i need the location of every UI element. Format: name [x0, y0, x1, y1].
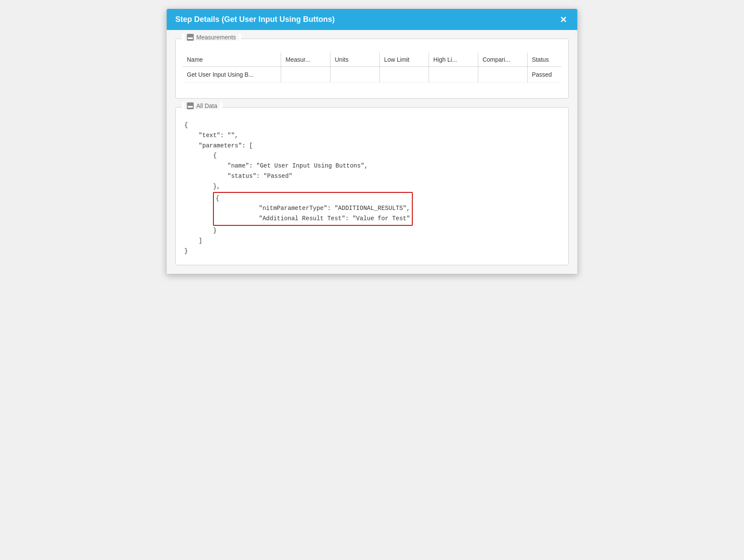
- measurements-label: Measurements: [196, 34, 236, 41]
- step-details-dialog: Step Details (Get User Input Using Butto…: [166, 9, 578, 274]
- col-header-lowlimit: Low Limit: [380, 53, 429, 67]
- cell-lowlimit: [380, 67, 429, 83]
- col-header-units: Units: [330, 53, 380, 67]
- dialog-header: Step Details (Get User Input Using Butto…: [167, 9, 577, 30]
- all-data-section: ▬ All Data { "text": "", "parameters": […: [175, 107, 569, 265]
- table-row: Get User Input Using B... Passed: [183, 67, 561, 83]
- all-data-header: ▬ All Data: [182, 102, 222, 109]
- all-data-label: All Data: [196, 102, 217, 109]
- cell-status: Passed: [527, 67, 561, 83]
- col-header-name: Name: [183, 53, 281, 67]
- col-header-highlimit: High Li...: [429, 53, 478, 67]
- col-header-compari: Compari...: [478, 53, 527, 67]
- col-header-status: Status: [527, 53, 561, 67]
- close-button[interactable]: ✕: [558, 15, 569, 24]
- measurements-collapse-icon[interactable]: ▬: [187, 34, 194, 41]
- json-highlighted-block: { "nitmParameterType": "ADDITIONAL_RESUL…: [213, 192, 413, 226]
- measurements-table: Name Measur... Units Low Limit High Li..…: [183, 53, 561, 91]
- measurements-header: ▬ Measurements: [182, 34, 241, 41]
- json-content: { "text": "", "parameters": [ { "name": …: [176, 108, 568, 265]
- cell-name: Get User Input Using B...: [183, 67, 281, 83]
- cell-measur: [281, 67, 330, 83]
- dialog-body: ▬ Measurements Name Measur... Units Low …: [167, 30, 577, 274]
- cell-highlimit: [429, 67, 478, 83]
- cell-compari: [478, 67, 527, 83]
- dialog-title: Step Details (Get User Input Using Butto…: [175, 15, 335, 24]
- measurements-section: ▬ Measurements Name Measur... Units Low …: [175, 39, 569, 99]
- measurements-content: Name Measur... Units Low Limit High Li..…: [176, 42, 568, 98]
- cell-units: [330, 67, 380, 83]
- all-data-collapse-icon[interactable]: ▬: [187, 102, 194, 109]
- table-row-empty: [183, 83, 561, 92]
- col-header-measur: Measur...: [281, 53, 330, 67]
